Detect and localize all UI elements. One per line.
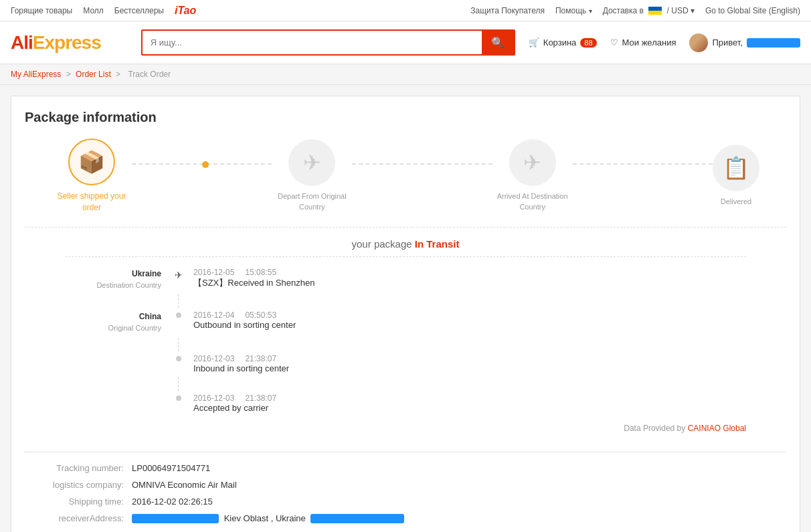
wishlist-button[interactable]: ♡ Мои желания xyxy=(610,37,677,48)
event-time-4: 21:38:07 xyxy=(245,393,276,403)
tracking-events: Ukraine Destination Country ✈ 2016-12-05… xyxy=(65,256,746,438)
step-icon-depart: ✈ xyxy=(288,139,335,186)
itao-logo[interactable]: iTao xyxy=(175,5,196,17)
event-time-1: 15:08:55 xyxy=(245,268,276,277)
table-row: Ukraine Destination Country ✈ 2016-12-05… xyxy=(65,268,746,291)
transit-status: your package In Transit xyxy=(25,227,786,250)
avatar xyxy=(689,33,708,52)
breadcrumb-order-list[interactable]: Order List xyxy=(76,70,111,79)
event-country-2: China xyxy=(65,311,161,323)
event-time-row-4: 2016-12-03 21:38:07 xyxy=(193,393,746,403)
main-content: Package information 📦 Seller shipped you… xyxy=(0,85,811,532)
cart-button[interactable]: 🛒 Корзина 88 xyxy=(529,37,597,48)
event-time-row-3: 2016-12-03 21:38:07 xyxy=(193,354,746,363)
step-arrived: ✈ Arrived At Destination Country xyxy=(492,139,573,212)
shipping-time-label: Shipping time: xyxy=(25,497,132,507)
breadcrumb-my-aliexpress[interactable]: My AliExpress xyxy=(11,70,61,79)
tracking-steps: 📦 Seller shipped your order ✈ Depart Fro… xyxy=(52,139,759,213)
header-right: 🛒 Корзина 88 ♡ Мои желания Привет, xyxy=(529,33,800,52)
step-label-shipped: Seller shipped your order xyxy=(52,191,132,213)
event-dot-3 xyxy=(176,356,181,361)
transit-status-text: In Transit xyxy=(415,238,460,250)
event-dot-4 xyxy=(176,395,181,401)
table-row: 2016-12-03 21:38:07 Inbound in sorting c… xyxy=(65,354,746,373)
help-link[interactable]: Помощь ▾ xyxy=(555,6,592,15)
shipping-time-row: Shipping time: 2016-12-02 02:26:15 xyxy=(25,497,786,507)
step-icon-delivered: 📋 xyxy=(713,145,759,191)
shipping-time-value: 2016-12-02 02:26:15 xyxy=(132,497,786,507)
breadcrumb: My AliExpress > Order List > Track Order xyxy=(0,64,811,85)
cart-count-badge: 88 xyxy=(580,38,596,48)
logistics-value: OMNIVA Economic Air Mail xyxy=(132,480,786,490)
event-dot-col-3 xyxy=(172,354,185,361)
event-details-4: 2016-12-03 21:38:07 Accepted by carrier xyxy=(185,393,746,413)
event-time-row-2: 2016-12-04 05:50:53 xyxy=(193,311,746,320)
tracking-number-row: Tracking number: LP00064971504771 xyxy=(25,463,786,473)
event-details-1: 2016-12-05 15:08:55 【SZX】Received in She… xyxy=(185,268,746,289)
event-date-2: 2016-12-04 xyxy=(193,311,234,320)
event-location-1: Ukraine Destination Country xyxy=(65,268,172,291)
step-depart: ✈ Depart From Original Country xyxy=(272,139,352,212)
wishlist-label: Мои желания xyxy=(622,37,677,48)
address-blur-1 xyxy=(132,514,219,523)
step-connector-3 xyxy=(573,163,713,165)
event-desc-2: Outbound in sorting center xyxy=(193,320,746,330)
search-bar[interactable]: 🔍 xyxy=(141,29,515,56)
table-row: 2016-12-03 21:38:07 Accepted by carrier xyxy=(65,393,746,413)
event-country-type-1: Destination Country xyxy=(65,280,161,291)
username-blur xyxy=(747,38,800,48)
step-label-delivered: Delivered xyxy=(721,197,751,207)
bestsellers-link[interactable]: Бестселлеры xyxy=(114,6,164,15)
step-connector-2 xyxy=(352,163,492,165)
greeting-text: Привет, xyxy=(712,37,743,48)
top-nav-left: Горящие товары Молл Бестселлеры iTao xyxy=(11,5,196,17)
event-details-3: 2016-12-03 21:38:07 Inbound in sorting c… xyxy=(185,354,746,373)
tracking-number-label: Tracking number: xyxy=(25,463,132,473)
event-dot-2 xyxy=(176,313,181,318)
global-site-link[interactable]: Go to Global Site (English) xyxy=(705,6,800,15)
receiver-address-value: Kiev Oblast , Ukraine xyxy=(132,513,786,524)
step-seller-shipped: 📦 Seller shipped your order xyxy=(52,139,132,213)
step-connector-1 xyxy=(132,163,272,165)
aliexpress-logo[interactable]: AliExpress xyxy=(11,32,101,54)
transit-prefix: your package xyxy=(352,238,412,250)
cainiao-link[interactable]: CAINIAO Global xyxy=(688,424,746,433)
package-details: Tracking number: LP00064971504771 logist… xyxy=(25,452,786,524)
address-blur-2 xyxy=(310,514,404,523)
data-provided-prefix: Data Provided by xyxy=(624,424,685,433)
cart-label: Корзина xyxy=(543,37,577,48)
header: AliExpress 🔍 🛒 Корзина 88 ♡ Мои желания … xyxy=(0,21,811,64)
plane-icon: ✈ xyxy=(175,270,183,280)
address-mid-text: Kiev Oblast , Ukraine xyxy=(224,513,306,523)
step-label-arrived: Arrived At Destination Country xyxy=(492,191,573,212)
logistics-row: logistics company: OMNIVA Economic Air M… xyxy=(25,480,786,490)
breadcrumb-separator-1: > xyxy=(66,70,73,79)
search-button[interactable]: 🔍 xyxy=(482,31,514,54)
step-delivered: 📋 Delivered xyxy=(713,145,759,207)
event-location-2: China Original Country xyxy=(65,311,172,334)
event-connector-2 xyxy=(178,338,179,351)
logistics-label: logistics company: xyxy=(25,480,132,490)
receiver-address-row: receiverAddress: Kiev Oblast , Ukraine xyxy=(25,513,786,524)
event-time-row-1: 2016-12-05 15:08:55 xyxy=(193,268,746,277)
buyer-protection-link[interactable]: Защита Покупателя xyxy=(470,6,545,15)
tracking-number-value: LP00064971504771 xyxy=(132,463,786,473)
step-icon-shipped: 📦 xyxy=(68,139,115,185)
event-date-4: 2016-12-03 xyxy=(193,393,234,403)
search-input[interactable] xyxy=(143,32,482,53)
mall-link[interactable]: Молл xyxy=(83,6,104,15)
event-dot-col-1: ✈ xyxy=(172,268,185,280)
event-date-1: 2016-12-05 xyxy=(193,268,234,277)
hot-items-link[interactable]: Горящие товары xyxy=(11,6,72,15)
breadcrumb-separator-2: > xyxy=(116,70,122,79)
event-details-2: 2016-12-04 05:50:53 Outbound in sorting … xyxy=(185,311,746,330)
top-nav-right: Защита Покупателя Помощь ▾ Доставка в / … xyxy=(470,6,800,15)
event-connector-3 xyxy=(178,377,179,391)
top-navigation: Горящие товары Молл Бестселлеры iTao Защ… xyxy=(0,0,811,21)
cart-icon: 🛒 xyxy=(529,37,539,48)
event-country-1: Ukraine xyxy=(65,268,161,280)
event-dot-col-2 xyxy=(172,311,185,318)
event-date-3: 2016-12-03 xyxy=(193,354,234,363)
event-connector-1 xyxy=(178,294,179,308)
table-row: China Original Country 2016-12-04 05:50:… xyxy=(65,311,746,334)
